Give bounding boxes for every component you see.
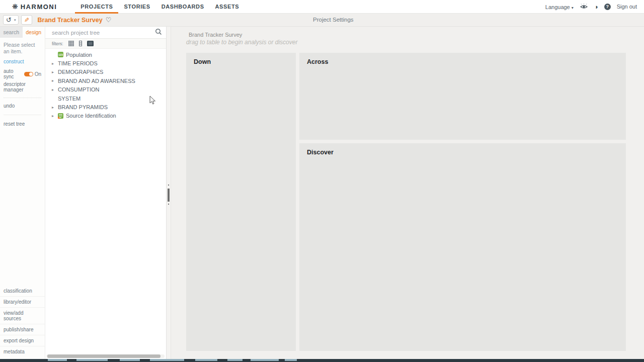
across-dropzone[interactable]: Across xyxy=(299,53,626,140)
tree-item-label: Population xyxy=(66,52,92,58)
drag-hint-text: drag to table to begin analysis or disco… xyxy=(186,39,297,46)
down-dropzone[interactable]: Down xyxy=(186,53,296,351)
metadata-link[interactable]: metadata xyxy=(0,346,45,357)
search-icon[interactable] xyxy=(155,28,162,37)
tree-item-label: BRAND PYRAMIDS xyxy=(58,104,108,110)
discover-label: Discover xyxy=(299,143,626,156)
search-project-tree-input[interactable] xyxy=(52,30,155,36)
expand-arrow-icon[interactable]: ▸ xyxy=(52,61,58,66)
canvas-project-title: Brand Tracker Survey xyxy=(189,32,242,38)
preview-eye-icon[interactable] xyxy=(580,4,588,10)
discover-dropzone[interactable]: Discover xyxy=(299,143,626,351)
tree-item-brand-and-ad-awareness[interactable]: ▸ BRAND AND AD AWARENESS xyxy=(45,76,166,85)
tree-item-label: Source Identification xyxy=(66,113,116,119)
tree-item-label: TIME PERIODS xyxy=(58,60,98,66)
project-name[interactable]: Brand Tracker Survey xyxy=(37,17,102,24)
design-sidebar: search design Please select an item. con… xyxy=(0,27,45,359)
project-toolbar: ↺ ▾ ✎ Brand Tracker Survey ♡ Project Set… xyxy=(0,14,644,27)
scrollbar-thumb[interactable] xyxy=(47,354,160,358)
help-icon[interactable]: ? xyxy=(604,4,611,10)
filters-label: filters: xyxy=(52,41,63,46)
expand-arrow-icon[interactable]: ▸ xyxy=(52,78,58,83)
view-add-sources-link[interactable]: view/add sources xyxy=(0,307,45,324)
history-icon: ↺ xyxy=(6,17,12,23)
project-tree-panel: filters: xyxy=(45,27,167,359)
auto-sync-toggle[interactable] xyxy=(24,72,33,76)
chevron-down-icon: ▾ xyxy=(14,18,16,22)
select-item-hint: Please select an item. xyxy=(4,42,41,55)
library-editor-link[interactable]: library/editor xyxy=(0,296,45,307)
across-label: Across xyxy=(299,53,626,65)
tree-item-brand-pyramids[interactable]: ▸ BRAND PYRAMIDS xyxy=(45,103,166,111)
edit-project-button[interactable]: ✎ xyxy=(21,15,32,25)
export-design-link[interactable]: export design xyxy=(0,335,45,346)
harmoni-logo-icon: ❋ xyxy=(12,3,18,10)
expand-arrow-icon[interactable]: ▸ xyxy=(52,70,58,74)
tree-item-demographics[interactable]: ▸ DEMOGRAPHICS xyxy=(45,68,166,76)
top-nav-bar: ❋ HARMONI PROJECTS STORIES DASHBOARDS AS… xyxy=(0,0,644,14)
project-tree: 123 Population ▸ TIME PERIODS ▸ DEMOGRAP… xyxy=(45,49,166,120)
tree-item-population[interactable]: 123 Population xyxy=(45,50,166,59)
descriptor-manager-link[interactable]: descriptor manager xyxy=(4,81,41,93)
pencil-icon: ✎ xyxy=(24,17,29,24)
tree-item-label: DEMOGRAPHICS xyxy=(58,69,103,75)
nav-tab-projects[interactable]: PROJECTS xyxy=(75,0,118,14)
panel-splitter[interactable] xyxy=(167,27,171,359)
tree-item-time-periods[interactable]: ▸ TIME PERIODS xyxy=(45,59,166,67)
history-dropdown-button[interactable]: ↺ ▾ xyxy=(3,15,19,25)
tree-item-label: BRAND AND AD AWARENESS xyxy=(58,78,135,84)
project-settings-label[interactable]: Project Settings xyxy=(313,17,354,23)
sidebar-tab-search[interactable]: search xyxy=(0,27,23,38)
expand-arrow-icon[interactable]: ▸ xyxy=(52,87,58,92)
filter-column-icon[interactable] xyxy=(79,41,82,46)
app-logo: ❋ HARMONI xyxy=(12,3,57,11)
bottom-edge-bar xyxy=(0,359,644,362)
tree-item-source-identification[interactable]: ▸ Source Identification xyxy=(45,112,166,120)
tree-item-label: SYSTEM xyxy=(58,96,80,102)
divider xyxy=(4,98,41,98)
tree-item-label: CONSUMPTION xyxy=(58,86,100,93)
filter-datasheet-icon[interactable] xyxy=(87,41,94,46)
auto-sync-state: On xyxy=(35,71,41,77)
numeric-variable-icon: 123 xyxy=(58,52,63,57)
nav-tab-assets[interactable]: ASSETS xyxy=(210,0,245,14)
publish-share-link[interactable]: publish/share xyxy=(0,324,45,335)
tree-item-consumption[interactable]: ▸ CONSUMPTION xyxy=(45,85,166,94)
sign-out-button[interactable]: Sign out xyxy=(617,4,637,10)
sidebar-tab-design[interactable]: design xyxy=(23,27,45,38)
auto-sync-label: auto sync xyxy=(4,68,23,79)
main-nav: PROJECTS STORIES DASHBOARDS ASSETS xyxy=(75,0,245,14)
nav-tab-stories[interactable]: STORIES xyxy=(118,0,155,14)
down-label: Down xyxy=(186,53,296,65)
reset-tree-link[interactable]: reset tree xyxy=(4,121,41,127)
language-label: Language xyxy=(545,4,570,10)
divider xyxy=(4,115,41,115)
nav-tab-dashboards[interactable]: DASHBOARDS xyxy=(156,0,210,14)
favorite-heart-icon[interactable]: ♡ xyxy=(106,16,112,24)
analysis-canvas: Brand Tracker Survey drag to table to be… xyxy=(171,27,644,359)
chevron-down-icon: ▾ xyxy=(572,6,574,10)
horizontal-scrollbar[interactable] xyxy=(46,354,165,358)
expand-arrow-icon[interactable]: ▸ xyxy=(52,114,58,118)
tree-item-system[interactable]: SYSTEM xyxy=(45,94,166,103)
undo-link[interactable]: undo xyxy=(4,103,41,109)
expand-arrow-icon[interactable]: ▸ xyxy=(52,105,58,110)
contrast-toggle-icon[interactable]: ◑ xyxy=(594,4,598,10)
language-menu[interactable]: Language▾ xyxy=(545,2,574,11)
construct-link[interactable]: construct xyxy=(4,59,41,64)
splitter-handle[interactable] xyxy=(168,189,170,202)
filter-grid-icon[interactable] xyxy=(68,41,74,46)
list-variable-icon xyxy=(58,113,63,119)
brand-name: HARMONI xyxy=(21,3,57,11)
classification-link[interactable]: classification xyxy=(0,286,45,296)
